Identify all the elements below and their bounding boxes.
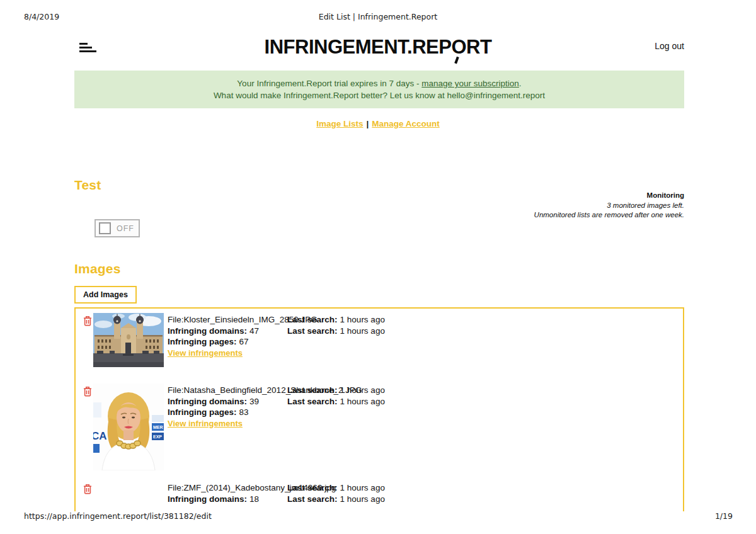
last-search: Last search:1 hours ago bbox=[287, 326, 385, 337]
manage-account-link[interactable]: Manage Account bbox=[372, 119, 440, 128]
monitoring-toggle[interactable]: OFF bbox=[94, 219, 140, 237]
last-search-value: 1 hours ago bbox=[340, 326, 385, 336]
unmonitored-lists-note: Unmonitored lists are removed after one … bbox=[534, 210, 684, 220]
print-document-title: Edit List | Infringement.Report bbox=[0, 12, 756, 21]
image-thumbnail-placeholder bbox=[93, 479, 164, 479]
infringement-report-logo[interactable]: INFRINGEMENT.REPORT bbox=[0, 36, 756, 59]
magnifier-o-glyph: O bbox=[451, 36, 466, 59]
trash-icon bbox=[83, 315, 92, 326]
infringing-pages-label: Infringing pages: bbox=[168, 337, 237, 346]
view-infringements-link[interactable]: View infringements bbox=[168, 348, 243, 358]
logo-text: INFRINGEMENT.REP bbox=[265, 36, 452, 58]
last-search-value: 1 hours ago bbox=[340, 397, 385, 406]
infringing-domains-value: 47 bbox=[249, 326, 259, 336]
trial-banner: Your Infringement.Report trial expires i… bbox=[74, 71, 684, 108]
monitored-images-left: 3 monitored images left. bbox=[534, 201, 684, 211]
infringing-pages-value: 83 bbox=[239, 407, 249, 417]
image-thumbnail-natasha-bedingfield: CA MER EXP bbox=[93, 383, 164, 470]
delete-image-button[interactable] bbox=[82, 479, 93, 496]
last-search-label: Last search: bbox=[287, 326, 338, 336]
toggle-state-label: OFF bbox=[117, 224, 134, 233]
monitoring-info: Monitoring 3 monitored images left. Unmo… bbox=[534, 191, 684, 220]
manage-subscription-link[interactable]: manage your subscription bbox=[421, 79, 519, 88]
image-thumbnail-kloster-einsiedeln bbox=[93, 313, 164, 367]
last-search-value: 1 hours ago bbox=[340, 315, 385, 324]
view-infringements-link[interactable]: View infringements bbox=[168, 419, 243, 428]
last-search-overlay: Last search:1 hours ago bbox=[287, 314, 385, 326]
infringing-domains-label: Infringing domains: bbox=[168, 326, 247, 336]
trial-banner-line2: What would make Infringement.Report bett… bbox=[74, 89, 684, 101]
last-search-value: 1 hours ago bbox=[340, 385, 385, 395]
print-page-number: 1/19 bbox=[715, 511, 733, 521]
svg-text:MER: MER bbox=[153, 425, 163, 429]
svg-text:EXP: EXP bbox=[153, 435, 162, 439]
last-search-overlay: Last search:1 hours ago bbox=[287, 385, 385, 396]
svg-text:CA: CA bbox=[93, 430, 107, 442]
last-search-label: Last search: bbox=[287, 397, 338, 406]
last-search-label: Last search: bbox=[287, 483, 338, 492]
infringing-domains-label: Infringing domains: bbox=[168, 494, 247, 504]
print-url: https://app.infringement.report/list/381… bbox=[24, 511, 212, 521]
last-search-value: 1 hours ago bbox=[340, 494, 385, 504]
infringing-domains-value: 39 bbox=[249, 397, 259, 406]
infringing-pages-label: Infringing pages: bbox=[168, 407, 237, 417]
trash-icon bbox=[83, 386, 92, 397]
image-lists-link[interactable]: Image Lists bbox=[316, 119, 363, 128]
infringing-domains-value: 18 bbox=[249, 494, 259, 504]
infringing-domains-label: Infringing domains: bbox=[168, 397, 247, 406]
toggle-knob bbox=[99, 222, 111, 234]
add-images-button[interactable]: Add Images bbox=[74, 286, 137, 304]
last-search-label: Last search: bbox=[287, 494, 338, 504]
portrait-photo: CA MER EXP bbox=[93, 383, 164, 470]
trash-icon bbox=[83, 484, 92, 494]
logo-text: RT bbox=[466, 36, 491, 58]
image-list-item: File:ZMF_(2014)_Kadebostany_jm14369.jpg … bbox=[82, 479, 675, 504]
last-search-value: 1 hours ago bbox=[340, 483, 385, 492]
period: . bbox=[519, 79, 522, 88]
infringing-pages-value: 67 bbox=[239, 337, 249, 346]
log-out-link[interactable]: Log out bbox=[655, 41, 684, 51]
last-search-label: Last search: bbox=[287, 315, 338, 324]
images-section-title: Images bbox=[74, 261, 121, 276]
trial-banner-line1: Your Infringement.Report trial expires i… bbox=[74, 77, 684, 89]
last-search-label: Last search: bbox=[287, 385, 338, 395]
trial-expiry-text: Your Infringement.Report trial expires i… bbox=[237, 79, 421, 88]
last-search-overlay: Last search:1 hours ago bbox=[287, 482, 385, 494]
image-list-item: File:Kloster_Einsiedeln_IMG_2850.JPG Las… bbox=[82, 313, 675, 367]
monastery-photo bbox=[93, 313, 164, 367]
delete-image-button[interactable] bbox=[82, 383, 93, 399]
last-search: Last search:1 hours ago bbox=[287, 494, 385, 505]
account-nav: Image Lists|Manage Account bbox=[0, 119, 756, 128]
nav-separator: | bbox=[366, 119, 369, 128]
last-search: Last search:1 hours ago bbox=[287, 396, 385, 407]
delete-image-button[interactable] bbox=[82, 313, 93, 328]
list-title: Test bbox=[74, 178, 101, 193]
image-list-container: File:Kloster_Einsiedeln_IMG_2850.JPG Las… bbox=[74, 307, 684, 511]
monitoring-heading: Monitoring bbox=[534, 191, 684, 201]
image-list-item: CA MER EXP bbox=[82, 383, 675, 470]
